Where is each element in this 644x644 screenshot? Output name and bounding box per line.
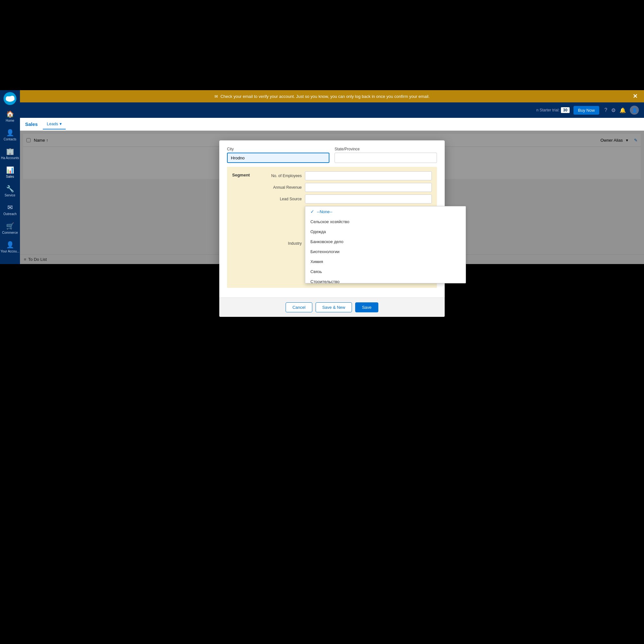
sidebar-item-your-account[interactable]: 👤 Your Accou... (0, 238, 20, 256)
industry-option-none-label: --None-- (317, 209, 332, 214)
trial-label: n Starter trial: (536, 108, 560, 112)
no-of-employees-row: No. of Employees (266, 171, 432, 180)
industry-option-chemistry-label: Химия (310, 259, 323, 264)
sidebar-accounts-label: Ha Accounts (1, 156, 19, 160)
sidebar-sales-label: Sales (6, 175, 14, 178)
content-area: Name ↑ Owner Alias ▾ ✎ City State/ (20, 131, 644, 264)
notification-message: Check your email to verify your account.… (221, 94, 430, 99)
segment-label: Segment (232, 171, 261, 283)
modal-dialog: City State/Province Segment (219, 140, 445, 317)
modal-footer: Cancel Save & New Save (219, 298, 445, 317)
sidebar-item-home[interactable]: 🏠 Home (0, 107, 20, 126)
notification-bar: ✉ Check your email to verify your accoun… (0, 90, 644, 102)
accounts-icon: 🏢 (6, 147, 14, 155)
sub-nav: Sales Leads ▾ (20, 118, 644, 131)
city-form-group: City (227, 147, 329, 163)
industry-option-construction[interactable]: Строительство (305, 277, 466, 283)
modal-segment-section: Segment No. of Employees Annual Revenue (227, 167, 437, 288)
outreach-icon: ✉ (7, 204, 13, 211)
industry-option-communications-label: Связь (310, 269, 322, 274)
buy-now-button[interactable]: Buy Now (573, 106, 599, 115)
industry-label: Industry (266, 241, 305, 246)
industry-option-banking-label: Банковское дело (310, 239, 344, 244)
industry-dropdown-area: ✓ --None-- Сельское хозяйство Одежда (305, 206, 432, 281)
modal-overlay: City State/Province Segment (20, 131, 644, 264)
service-icon: 🔧 (6, 185, 14, 193)
annual-revenue-input[interactable] (305, 183, 432, 192)
industry-option-agriculture-label: Сельское хозяйство (310, 219, 349, 224)
city-input[interactable] (227, 153, 329, 163)
industry-option-construction-label: Строительство (310, 279, 339, 283)
sidebar-contacts-label: Contacts (4, 137, 16, 141)
sidebar-your-account-label: Your Accou... (1, 250, 20, 253)
sidebar-commerce-label: Commerce (2, 231, 18, 234)
no-of-employees-input[interactable] (305, 171, 432, 180)
industry-dropdown-list: ✓ --None-- Сельское хозяйство Одежда (305, 206, 466, 283)
industry-option-clothing-label: Одежда (310, 229, 326, 234)
help-icon[interactable]: ? (604, 107, 607, 113)
sidebar-outreach-label: Outreach (3, 212, 16, 216)
industry-option-banking[interactable]: Банковское дело (305, 237, 466, 247)
svg-point-1 (6, 96, 10, 99)
industry-option-communications[interactable]: Связь (305, 267, 466, 277)
tab-leads[interactable]: Leads ▾ (43, 119, 65, 129)
sidebar-service-label: Service (5, 194, 15, 197)
industry-option-agriculture[interactable]: Сельское хозяйство (305, 217, 466, 227)
settings-icon[interactable]: ⚙ (611, 107, 616, 113)
lead-source-row: Lead Source (266, 194, 432, 204)
bell-icon[interactable]: 🔔 (620, 107, 626, 113)
industry-option-clothing[interactable]: Одежда (305, 227, 466, 237)
home-icon: 🏠 (6, 110, 14, 118)
sidebar-item-commerce[interactable]: 🛒 Commerce (0, 219, 20, 238)
notification-close-button[interactable]: ✕ (633, 93, 638, 100)
annual-revenue-row: Annual Revenue (266, 183, 432, 192)
lead-source-input[interactable] (305, 194, 432, 204)
sidebar-home-label: Home (6, 119, 14, 122)
sidebar-item-outreach[interactable]: ✉ Outreach (0, 200, 20, 219)
trial-days-badge: 30 (561, 107, 570, 113)
industry-option-none[interactable]: ✓ --None-- (305, 206, 466, 217)
avatar-icon[interactable]: 👤 (630, 106, 639, 115)
annual-revenue-label: Annual Revenue (266, 185, 305, 190)
state-input[interactable] (335, 153, 437, 163)
segment-area: Segment No. of Employees Annual Revenue (232, 171, 432, 283)
email-icon: ✉ (214, 94, 218, 99)
save-new-button[interactable]: Save & New (316, 302, 352, 312)
sidebar-item-service[interactable]: 🔧 Service (0, 182, 20, 200)
tab-leads-label: Leads (47, 121, 58, 126)
industry-option-biotech[interactable]: Биотехнологии (305, 247, 466, 257)
modal-body: City State/Province Segment (219, 140, 445, 298)
segment-fields: No. of Employees Annual Revenue (266, 171, 432, 283)
svg-point-3 (11, 98, 15, 100)
sidebar-item-accounts[interactable]: 🏢 Ha Accounts (0, 144, 20, 163)
cancel-button[interactable]: Cancel (286, 302, 312, 312)
state-label: State/Province (335, 147, 437, 151)
save-button[interactable]: Save (355, 302, 378, 312)
industry-option-chemistry[interactable]: Химия (305, 257, 466, 267)
tab-leads-dropdown-icon: ▾ (60, 121, 62, 126)
sales-icon: 📊 (6, 166, 14, 174)
lead-source-label: Lead Source (266, 197, 305, 201)
contacts-icon: 👤 (6, 129, 14, 137)
sidebar-item-sales[interactable]: 📊 Sales (0, 163, 20, 182)
sidebar: 🏠 Home 👤 Contacts 🏢 Ha Accounts 📊 Sales … (0, 90, 20, 264)
industry-option-biotech-label: Биотехнологии (310, 249, 339, 254)
industry-row: Industry ✓ --None-- (266, 206, 432, 281)
your-account-icon: 👤 (6, 241, 14, 249)
sidebar-item-contacts[interactable]: 👤 Contacts (0, 126, 20, 144)
city-label: City (227, 147, 329, 151)
state-form-group: State/Province (335, 147, 437, 163)
city-state-row: City State/Province (227, 147, 437, 163)
commerce-icon: 🛒 (6, 222, 14, 230)
salesforce-logo (4, 92, 16, 105)
checkmark-icon: ✓ (310, 209, 314, 214)
top-nav: n Starter trial: 30 Buy Now ? ⚙ 🔔 👤 (0, 102, 644, 118)
no-of-employees-label: No. of Employees (266, 174, 305, 178)
app-name: Sales (25, 121, 38, 127)
